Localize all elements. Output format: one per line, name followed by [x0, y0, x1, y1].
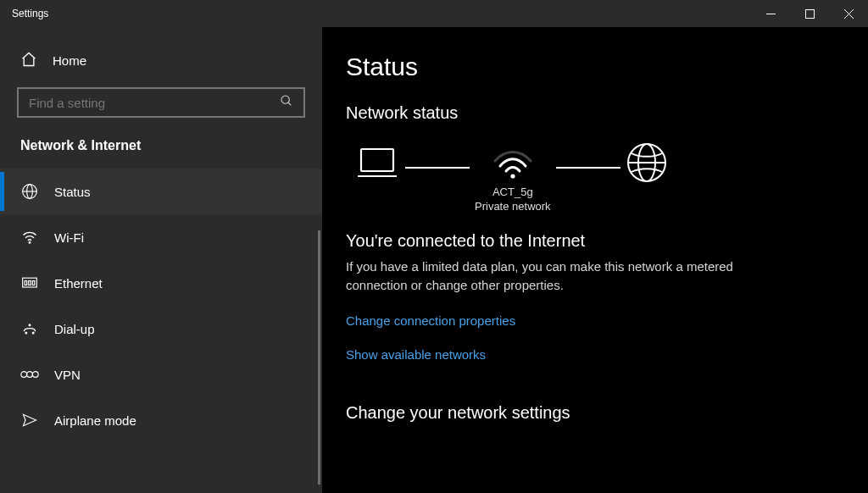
wifi-icon: [20, 229, 39, 246]
sidebar-item-label: Ethernet: [54, 276, 103, 291]
network-status-heading: Network status: [346, 103, 844, 123]
svg-rect-12: [29, 281, 31, 285]
show-available-networks-link[interactable]: Show available networks: [346, 347, 486, 362]
wifi-network-type: Private network: [475, 199, 551, 213]
sidebar-item-wifi[interactable]: Wi-Fi: [0, 214, 322, 260]
globe-large-icon: [626, 141, 668, 187]
change-network-settings-heading: Change your network settings: [346, 403, 844, 423]
sidebar-item-label: Airplane mode: [54, 413, 136, 428]
svg-rect-11: [25, 281, 27, 285]
search-box[interactable]: [17, 87, 305, 118]
sidebar-item-vpn[interactable]: VPN: [0, 352, 322, 397]
svg-point-15: [32, 332, 34, 334]
svg-rect-20: [361, 149, 393, 171]
svg-rect-13: [32, 281, 35, 285]
sidebar-item-status[interactable]: Status: [0, 169, 322, 214]
sidebar-item-dialup[interactable]: Dial-up: [0, 306, 322, 352]
page-title: Status: [346, 53, 844, 81]
connection-status-description: If you have a limited data plan, you can…: [346, 258, 787, 295]
svg-point-17: [21, 372, 27, 378]
titlebar: Settings: [0, 0, 868, 27]
sidebar-section-title: Network & Internet: [0, 128, 322, 169]
sidebar-item-ethernet[interactable]: Ethernet: [0, 260, 322, 306]
sidebar-home[interactable]: Home: [0, 42, 322, 79]
minimize-button[interactable]: [751, 0, 790, 27]
wifi-ssid: ACT_5g: [475, 185, 551, 199]
sidebar-home-label: Home: [53, 53, 86, 68]
window-buttons: [751, 0, 868, 27]
diagram-connector: [405, 167, 470, 169]
home-icon: [20, 51, 37, 70]
diagram-wifi: ACT_5g Private network: [475, 144, 551, 213]
ethernet-icon: [20, 274, 39, 291]
content-pane: Status Network status: [322, 27, 868, 493]
close-button[interactable]: [829, 0, 868, 27]
globe-icon: [20, 183, 39, 200]
svg-point-19: [32, 372, 38, 378]
svg-point-21: [510, 174, 515, 178]
svg-point-16: [29, 324, 31, 326]
vpn-icon: [20, 368, 39, 381]
svg-line-5: [288, 102, 291, 105]
sidebar: Home Network & Internet Status Wi-Fi: [0, 27, 322, 493]
svg-point-9: [29, 241, 31, 243]
search-icon: [280, 94, 293, 111]
svg-point-14: [25, 332, 27, 334]
sidebar-item-label: Status: [54, 185, 91, 199]
connection-status-heading: You're connected to the Internet: [346, 231, 844, 251]
wifi-signal-icon: [490, 144, 536, 185]
sidebar-item-label: Wi-Fi: [54, 230, 84, 245]
network-diagram: ACT_5g Private network: [354, 141, 844, 216]
laptop-icon: [354, 144, 400, 185]
svg-point-18: [27, 372, 33, 378]
svg-point-4: [281, 96, 289, 103]
sidebar-item-label: VPN: [54, 368, 81, 382]
search-input[interactable]: [29, 96, 266, 110]
diagram-device: [354, 144, 400, 213]
change-connection-properties-link[interactable]: Change connection properties: [346, 313, 515, 328]
sidebar-item-airplane[interactable]: Airplane mode: [0, 397, 322, 443]
svg-rect-1: [805, 9, 814, 18]
window-title: Settings: [0, 8, 48, 19]
dialup-icon: [20, 320, 39, 337]
diagram-connector: [556, 167, 620, 169]
maximize-button[interactable]: [790, 0, 829, 27]
sidebar-scrollbar[interactable]: [318, 230, 320, 485]
diagram-internet: [626, 141, 668, 216]
sidebar-item-label: Dial-up: [54, 322, 95, 336]
airplane-icon: [20, 412, 39, 429]
